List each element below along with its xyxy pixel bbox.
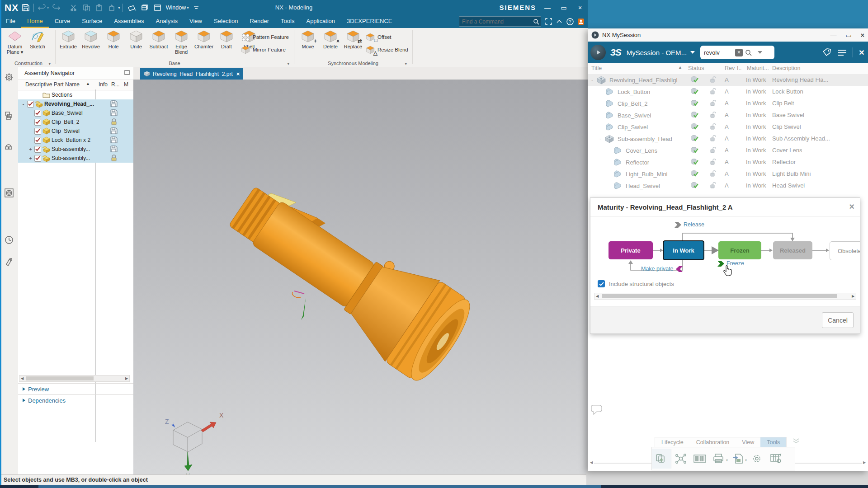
menu-tab[interactable]: File	[0, 15, 21, 28]
ribbon-button[interactable]: □ Offset	[364, 31, 408, 43]
session-row[interactable]: Head_Swivel A In Work Head Swivel	[588, 180, 868, 192]
menu-icon[interactable]	[838, 49, 847, 56]
release-transition[interactable]: Release	[675, 221, 704, 228]
collapse-ribbon-icon[interactable]	[556, 19, 562, 23]
column-title[interactable]: Title	[591, 65, 602, 71]
table-settings-icon[interactable]	[766, 449, 785, 469]
window-icon[interactable]	[152, 3, 163, 13]
comment-bubble-icon[interactable]	[590, 405, 603, 417]
ribbon-button[interactable]: Unite	[125, 29, 147, 49]
redo-icon[interactable]	[51, 3, 61, 13]
search-options-caret[interactable]	[758, 51, 762, 54]
visibility-checkbox[interactable]	[34, 110, 41, 117]
column-modified[interactable]: M	[124, 81, 128, 88]
visibility-checkbox[interactable]	[27, 101, 34, 108]
repeat-command-icon[interactable]	[106, 3, 117, 13]
close-tab-icon[interactable]: ×	[236, 70, 240, 77]
menu-tab[interactable]: Selection	[208, 15, 244, 28]
menu-tab[interactable]: View	[184, 15, 208, 28]
session-selector[interactable]: MySession - OEM...	[627, 49, 687, 56]
session-row[interactable]: Light_Bulb_Mini A In Work Light Bulb Min…	[588, 168, 868, 180]
visibility-checkbox[interactable]	[34, 137, 41, 144]
group-caret-icon[interactable]: ▾	[287, 61, 289, 66]
menu-tab[interactable]: Render	[244, 15, 275, 28]
column-info[interactable]: Info	[99, 81, 108, 88]
tree-row[interactable]: Clip_Belt_2	[18, 117, 133, 127]
dialog-hscrollbar[interactable]: ◀ ▶	[594, 293, 856, 300]
column-name[interactable]: Descriptive Part Name	[25, 81, 80, 88]
menu-tab[interactable]: Tools	[275, 15, 300, 28]
flashlight-model[interactable]: X Y Z	[133, 80, 588, 474]
assembly-navigator-icon[interactable]	[3, 110, 15, 122]
mysession-search-input[interactable]	[703, 49, 733, 56]
group-caret-icon[interactable]: ▾	[48, 61, 51, 66]
model-canvas[interactable]: X Y Z	[133, 80, 588, 474]
graphics-window[interactable]: Revolving_Head_Flashlight_2.prt ×	[133, 67, 588, 474]
ribbon-button[interactable]: ⇄ Replace	[342, 29, 364, 49]
command-search-input[interactable]	[461, 18, 533, 25]
dependencies-section[interactable]: Dependencies	[18, 394, 133, 406]
export-csv-icon[interactable]: ▾	[728, 449, 747, 469]
session-row[interactable]: - Sub-assembly_Head A In Work Sub Assemb…	[588, 133, 868, 145]
minimize-button[interactable]: —	[542, 4, 552, 11]
undock-icon[interactable]	[124, 70, 130, 76]
visibility-checkbox[interactable]	[34, 155, 41, 162]
gear-icon[interactable]	[3, 71, 15, 83]
column-rev[interactable]: Rev	[725, 65, 735, 71]
touch-mode-icon[interactable]	[127, 3, 138, 13]
part-tab[interactable]: Revolving_Head_Flashlight_2.prt ×	[140, 68, 243, 80]
session-tab[interactable]: Collaboration	[690, 437, 736, 447]
print-icon[interactable]: ▾	[709, 449, 728, 469]
taskbar-window-indicator[interactable]	[38, 485, 601, 488]
scroll-right-icon[interactable]: ▶	[850, 294, 856, 298]
maturity-state[interactable]: Private	[609, 241, 653, 259]
expander[interactable]: +	[28, 155, 33, 161]
scroll-right-icon[interactable]: ▶	[862, 460, 867, 465]
paste-icon[interactable]	[94, 3, 104, 13]
close-session-icon[interactable]: ×	[859, 47, 864, 58]
ribbon-button[interactable]: Datum Plane ▾	[4, 29, 26, 55]
session-row[interactable]: - Revolving_Head_Flashlight_2 A In Work …	[588, 74, 868, 86]
help-icon[interactable]: ?	[566, 18, 574, 25]
ribbon-button[interactable]: Hole	[103, 29, 124, 49]
roles-icon[interactable]	[3, 256, 15, 267]
ribbon-button[interactable]: Mirror Feature	[240, 43, 289, 56]
menu-tab[interactable]: 3DEXPERIENCE	[341, 15, 398, 28]
session-row[interactable]: Reflector A In Work Reflector	[588, 156, 868, 168]
session-row[interactable]: Base_Swivel A In Work Base Swivel	[588, 109, 868, 121]
maturity-state[interactable]: Released	[773, 241, 812, 259]
close-button[interactable]: ×	[861, 32, 864, 39]
sort-icon[interactable]: ▲	[678, 65, 682, 70]
session-caret-icon[interactable]	[690, 51, 695, 54]
expander[interactable]: -	[21, 101, 26, 107]
menu-tab[interactable]: Assemblies	[108, 15, 150, 28]
tree-row[interactable]: Sections	[18, 90, 133, 99]
session-tab[interactable]: View	[736, 437, 760, 447]
column-i[interactable]: I..	[737, 65, 741, 71]
ribbon-button[interactable]: △ Resize Blend	[364, 43, 408, 56]
maturity-state[interactable]: In Work	[663, 240, 704, 260]
tree-row[interactable]: + Sub-assembly...	[18, 154, 133, 163]
cut-icon[interactable]	[68, 3, 79, 13]
maximize-button[interactable]: ▭	[559, 4, 569, 11]
ribbon-button[interactable]: Revolve	[80, 29, 102, 49]
column-description[interactable]: Description	[772, 65, 801, 71]
scroll-left-icon[interactable]: ◀	[589, 460, 594, 465]
ribbon-button[interactable]: + Move	[297, 29, 319, 49]
tree-row[interactable]: Base_Swivel	[18, 108, 133, 117]
history-icon[interactable]	[3, 234, 15, 246]
load-in-nx-icon[interactable]	[652, 449, 671, 469]
fullscreen-icon[interactable]	[545, 18, 552, 25]
window-menu-caret[interactable]: ▾	[187, 5, 189, 10]
session-row[interactable]: Lock_Button A In Work Lock Button	[588, 86, 868, 98]
menu-tab[interactable]: Home	[21, 15, 49, 28]
tree-row[interactable]: Clip_Swivel	[18, 127, 133, 136]
sort-icon[interactable]: ▲	[86, 81, 90, 86]
save-icon[interactable]	[20, 3, 31, 13]
make-private-transition[interactable]: Make private	[641, 266, 683, 272]
column-maturity[interactable]: Maturit...	[747, 65, 769, 71]
close-dialog-icon[interactable]: ×	[849, 202, 854, 212]
menu-tab[interactable]: Curve	[49, 15, 76, 28]
copy-icon[interactable]	[81, 3, 92, 13]
constraint-navigator-icon[interactable]	[3, 140, 15, 152]
